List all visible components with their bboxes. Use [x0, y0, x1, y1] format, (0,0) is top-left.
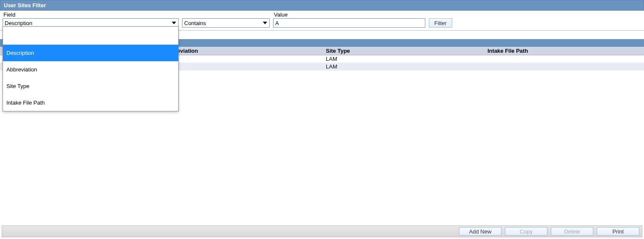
- field-group: Field Description: [3, 11, 179, 28]
- cell-site-type: LAM: [323, 55, 485, 63]
- dropdown-option-blank[interactable]: [3, 27, 178, 45]
- operator-group: Contains: [182, 11, 270, 28]
- cell-site-type: LAM: [323, 63, 485, 71]
- copy-button[interactable]: Copy: [505, 227, 547, 236]
- operator-select[interactable]: Contains: [182, 18, 270, 28]
- dropdown-option-abbreviation[interactable]: Abbreviation: [3, 61, 178, 78]
- value-label: Value: [273, 11, 425, 18]
- cell-abbreviation: [162, 55, 323, 63]
- bottom-toolbar: Add New Copy Delete Print: [2, 225, 642, 237]
- field-label: Field: [3, 11, 179, 18]
- col-header-intake-file-path[interactable]: Intake File Path: [485, 47, 644, 55]
- dropdown-option-description[interactable]: Description: [3, 45, 178, 61]
- cell-intake-file-path: [485, 55, 644, 63]
- operator-label: [182, 11, 270, 18]
- field-dropdown-list: Description Abbreviation Site Type Intak…: [3, 26, 179, 111]
- col-header-abbreviation[interactable]: Abbreviation: [162, 47, 323, 55]
- print-button[interactable]: Print: [597, 227, 639, 236]
- cell-intake-file-path: [485, 63, 644, 71]
- delete-button[interactable]: Delete: [551, 227, 593, 236]
- filter-panel-title: User Sites Filter: [0, 0, 644, 11]
- dropdown-option-intake-file-path[interactable]: Intake File Path: [3, 94, 178, 111]
- field-select-value: Description: [5, 20, 32, 26]
- filter-button-group: Filter: [429, 11, 452, 28]
- dropdown-option-site-type[interactable]: Site Type: [3, 78, 178, 94]
- col-header-site-type[interactable]: Site Type: [323, 47, 485, 55]
- add-new-button[interactable]: Add New: [459, 227, 502, 236]
- value-group: Value: [273, 11, 425, 28]
- chevron-down-icon: [262, 20, 268, 26]
- chevron-down-icon: [171, 20, 177, 26]
- value-input[interactable]: [273, 18, 425, 28]
- operator-select-value: Contains: [184, 20, 206, 26]
- filter-button[interactable]: Filter: [429, 18, 452, 28]
- cell-abbreviation: [162, 63, 323, 71]
